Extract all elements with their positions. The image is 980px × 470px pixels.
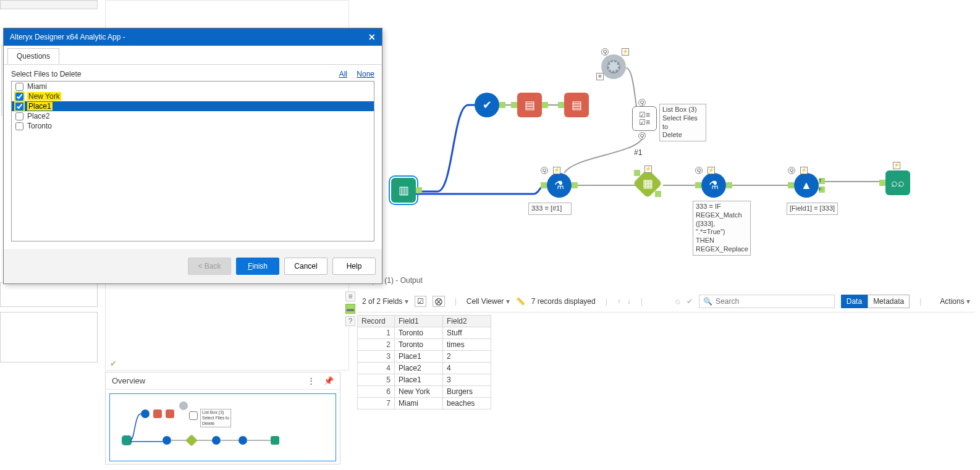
node-formula-1[interactable]: ⚗ (547, 173, 572, 198)
fields-dropdown[interactable]: 2 of 2 Fields (362, 297, 408, 306)
remove-icon[interactable]: ⨂ (433, 296, 445, 307)
anchor-q-icon: Q (601, 48, 609, 56)
flask-icon: ⚗ (709, 178, 719, 192)
list-item-checkbox[interactable] (15, 93, 23, 101)
list-item[interactable]: Place2 (12, 111, 374, 121)
formula2-annotation: 333 = IF REGEX_Match ([333], ".*=True") … (693, 201, 751, 256)
results-table[interactable]: Record Field1 Field2 1TorontoStuff2Toron… (357, 315, 491, 409)
overview-menu-icon[interactable]: ⋮ (307, 376, 315, 385)
overview-title: Overview (112, 376, 145, 385)
table-row[interactable]: 5Place13 (358, 374, 491, 386)
node-saw[interactable] (601, 54, 626, 79)
list-item-label: Miami (27, 82, 47, 91)
table-row[interactable]: 1TorontoStuff (358, 327, 491, 339)
list-item[interactable]: Miami (12, 82, 374, 91)
node-listbox[interactable]: ☑≡☑≡ (632, 106, 657, 131)
status-ok-icon: ✔ (110, 359, 117, 368)
forbid-icon[interactable]: ⦸ (675, 297, 680, 306)
anchor-q-icon: Q (695, 167, 703, 174)
list-item-checkbox[interactable] (15, 83, 23, 91)
close-icon[interactable]: ✕ (368, 32, 376, 42)
anchor-bolt-icon: ⚡ (800, 167, 808, 174)
dialog-tabs: Questions (4, 46, 382, 65)
anchor-q-icon: Q (638, 132, 646, 140)
filter-annotation: [Field1] = [333] (787, 203, 838, 215)
list-item-checkbox[interactable] (15, 112, 23, 120)
anchor-true: T (819, 178, 825, 184)
search-field[interactable] (714, 296, 819, 306)
data-tab[interactable]: Data (841, 295, 868, 308)
help-icon[interactable]: ? (345, 316, 355, 326)
table-row[interactable]: 2Torontotimes (358, 339, 491, 351)
flask-icon: ⚗ (554, 178, 564, 192)
finish-button[interactable]: Finish (236, 258, 279, 275)
anchor-q-icon: Q (541, 167, 548, 174)
link-none[interactable]: None (357, 70, 374, 78)
listbox-icon: ☑≡☑≡ (639, 111, 650, 126)
node-text-input[interactable]: ▥ (391, 178, 416, 203)
tab-questions[interactable]: Questions (7, 48, 59, 64)
list-item-checkbox[interactable] (15, 103, 23, 111)
table-row[interactable]: 7Miamibeaches (358, 398, 491, 409)
anchor-bolt-icon: ⚡ (708, 167, 715, 174)
overview-panel: Overview ⋮ 📌 List Box (3)Select Files to… (105, 372, 340, 464)
list-item[interactable]: New York (12, 91, 374, 101)
file-listbox[interactable]: MiamiNew YorkPlace1Place2Toronto (11, 81, 374, 241)
list-item[interactable]: Place1 (12, 101, 374, 111)
back-button: < Back (188, 258, 231, 275)
ruler-icon[interactable]: 📏 (516, 297, 525, 306)
overview-canvas[interactable]: List Box (3)Select Files toDelete (109, 393, 336, 461)
filter-icon: ▲ (801, 179, 812, 192)
col-field2[interactable]: Field2 (443, 316, 491, 327)
panel-stub-low (0, 312, 98, 363)
apply-icon[interactable]: ✔ (686, 297, 693, 306)
search-icon: 🔍 (703, 297, 712, 306)
node-filter[interactable]: ▲ T F (794, 173, 819, 198)
anchor-bolt-icon: ⚡ (553, 167, 560, 174)
node-action-2[interactable]: ▤ (564, 93, 589, 117)
metadata-tab[interactable]: Metadata (868, 295, 910, 308)
search-input[interactable]: 🔍 (699, 295, 835, 308)
records-label: 7 records displayed (531, 297, 596, 306)
node-browse[interactable]: ⌕⌕ (885, 170, 910, 195)
col-record[interactable]: Record (358, 316, 395, 327)
list-item-checkbox[interactable] (15, 122, 23, 130)
node-action-1[interactable]: ▤ (517, 93, 542, 117)
table-row[interactable]: 6New YorkBurgers (358, 386, 491, 398)
anchor-bolt-icon: ⚡ (644, 166, 652, 173)
meta-icon[interactable]: ≡ (345, 292, 355, 301)
listbox-annotation: List Box (3) Select Files to Delete (659, 104, 706, 141)
grid-icon: ▦ (643, 177, 653, 190)
node-formula-2[interactable]: ⚗ (701, 173, 726, 198)
overview-pin-icon[interactable]: 📌 (324, 376, 334, 385)
node-select[interactable]: ▦ (633, 169, 662, 198)
table-row[interactable]: 3Place12 (358, 351, 491, 363)
panel-stub-mid (0, 282, 98, 307)
list-item-label: Place2 (27, 112, 50, 120)
link-all[interactable]: All (339, 70, 347, 78)
list-item-label: New York (27, 92, 61, 101)
arrow-up-icon[interactable]: ↑ (617, 297, 621, 306)
table-row[interactable]: 4Place24 (358, 363, 491, 374)
arrow-down-icon[interactable]: ↓ (627, 297, 631, 306)
cancel-button[interactable]: Cancel (284, 258, 327, 275)
data-view-icon[interactable]: ▬ (345, 304, 355, 314)
cellviewer-dropdown[interactable]: Cell Viewer (467, 297, 510, 306)
list-item-label: Place1 (27, 102, 53, 111)
anchor-bolt-icon: ⚡ (893, 162, 900, 169)
results-toolbar: 2 of 2 Fields ☑ ⨂ | Cell Viewer 📏 7 reco… (357, 290, 975, 313)
results-side-icons: ≡ ▬ ? (344, 292, 357, 326)
list-item[interactable]: Toronto (12, 121, 374, 131)
check-icon[interactable]: ☑ (415, 296, 426, 307)
node-check-interface[interactable]: ✔ (475, 93, 499, 117)
book-icon: ▥ (399, 183, 409, 197)
binoculars-icon: ⌕⌕ (891, 177, 905, 190)
dialog-title: Alteryx Designer x64 Analytic App - (10, 33, 125, 41)
anchor-q-icon: Q (638, 99, 646, 106)
connection-label: #1 (634, 148, 642, 157)
col-field1[interactable]: Field1 (395, 316, 443, 327)
workflow-canvas[interactable]: ▥ ✔ ▤ ▤ Q ⚡ R ☑≡☑≡ Q Q List Box (3) Sele… (354, 0, 980, 284)
panel-stub-top (0, 0, 98, 9)
help-button[interactable]: Help (332, 258, 376, 275)
actions-dropdown[interactable]: Actions (940, 297, 970, 306)
